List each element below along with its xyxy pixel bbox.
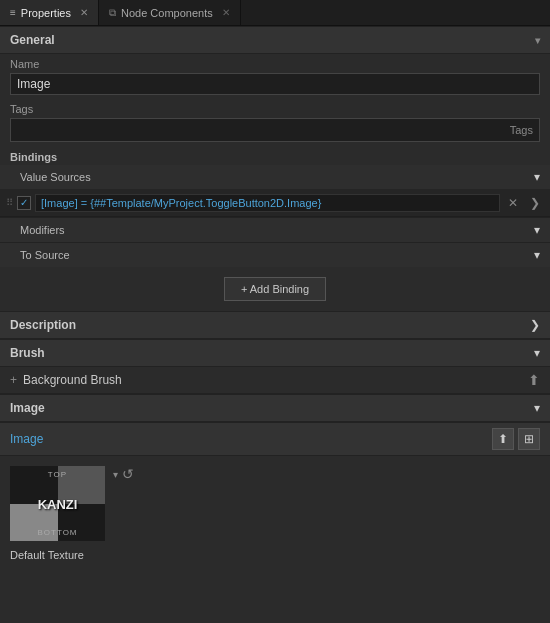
tags-field-row: Tags Tags [0, 99, 550, 146]
modifiers-chevron: ▾ [534, 223, 540, 237]
texture-area: TOP KANZI BOTTOM Default Texture ▾ ↺ [0, 456, 550, 571]
image-link-label[interactable]: Image [10, 432, 43, 446]
modifiers-label: Modifiers [20, 224, 65, 236]
name-input[interactable] [10, 73, 540, 95]
tab-properties-close[interactable]: ✕ [80, 7, 88, 18]
general-section-header[interactable]: General ▾ [0, 26, 550, 54]
value-sources-chevron: ▾ [534, 170, 540, 184]
general-label: General [10, 33, 55, 47]
description-chevron: ❯ [530, 318, 540, 332]
tab-bar: ≡ Properties ✕ ⧉ Node Components ✕ [0, 0, 550, 26]
tab-properties[interactable]: ≡ Properties ✕ [0, 0, 99, 25]
binding-expand-button[interactable]: ❯ [526, 194, 544, 212]
binding-remove-button[interactable]: ✕ [504, 194, 522, 212]
add-binding-button[interactable]: + Add Binding [224, 277, 326, 301]
description-section-header[interactable]: Description ❯ [0, 311, 550, 339]
image-grid-button[interactable]: ⊞ [518, 428, 540, 450]
background-brush-label: Background Brush [23, 373, 522, 387]
binding-row: ⠿ [Image] = {##Template/MyProject.Toggle… [0, 189, 550, 217]
properties-icon: ≡ [10, 7, 16, 18]
general-chevron: ▾ [535, 35, 540, 46]
value-sources-label: Value Sources [20, 171, 91, 183]
tab-node-components[interactable]: ⧉ Node Components ✕ [99, 0, 241, 25]
texture-thumbnail[interactable]: TOP KANZI BOTTOM [10, 466, 105, 541]
node-components-icon: ⧉ [109, 7, 116, 19]
name-field-row: Name [0, 54, 550, 99]
image-action-icons: ⬆ ⊞ [492, 428, 540, 450]
to-source-header[interactable]: To Source ▾ [0, 242, 550, 267]
texture-controls: ▾ ↺ [113, 466, 134, 482]
brush-label: Brush [10, 346, 45, 360]
add-binding-area: + Add Binding [0, 267, 550, 311]
texture-kanzi-label: KANZI [38, 496, 78, 511]
to-source-label: To Source [20, 249, 70, 261]
modifiers-header[interactable]: Modifiers ▾ [0, 217, 550, 242]
texture-top-label: TOP [48, 470, 67, 479]
background-brush-row: + Background Brush ⬆ [0, 367, 550, 394]
drag-handle-icon[interactable]: ⠿ [6, 197, 13, 208]
image-section-label: Image [10, 401, 45, 415]
texture-dropdown-arrow[interactable]: ▾ [113, 469, 118, 480]
tab-node-components-close[interactable]: ✕ [222, 7, 230, 18]
texture-name-label: Default Texture [10, 549, 84, 561]
bindings-label: Bindings [0, 146, 550, 165]
binding-checkbox[interactable] [17, 196, 31, 210]
texture-reset-button[interactable]: ↺ [122, 466, 134, 482]
brush-chevron: ▾ [534, 346, 540, 360]
tags-input-area[interactable]: Tags [10, 118, 540, 142]
plus-icon[interactable]: + [10, 373, 17, 387]
brush-upload-icon[interactable]: ⬆ [528, 372, 540, 388]
tags-label: Tags [10, 103, 540, 115]
to-source-chevron: ▾ [534, 248, 540, 262]
image-section-header[interactable]: Image ▾ [0, 394, 550, 422]
image-sub-header: Image ⬆ ⊞ [0, 422, 550, 456]
brush-section-header[interactable]: Brush ▾ [0, 339, 550, 367]
tab-properties-label: Properties [21, 7, 71, 19]
value-sources-header[interactable]: Value Sources ▾ [0, 165, 550, 189]
texture-bottom-label: BOTTOM [37, 528, 77, 537]
image-section-chevron: ▾ [534, 401, 540, 415]
name-label: Name [10, 58, 540, 70]
description-label: Description [10, 318, 76, 332]
tags-button[interactable]: Tags [510, 124, 533, 136]
binding-value-text: [Image] = {##Template/MyProject.ToggleBu… [35, 194, 500, 212]
image-upload-button[interactable]: ⬆ [492, 428, 514, 450]
tab-node-components-label: Node Components [121, 7, 213, 19]
